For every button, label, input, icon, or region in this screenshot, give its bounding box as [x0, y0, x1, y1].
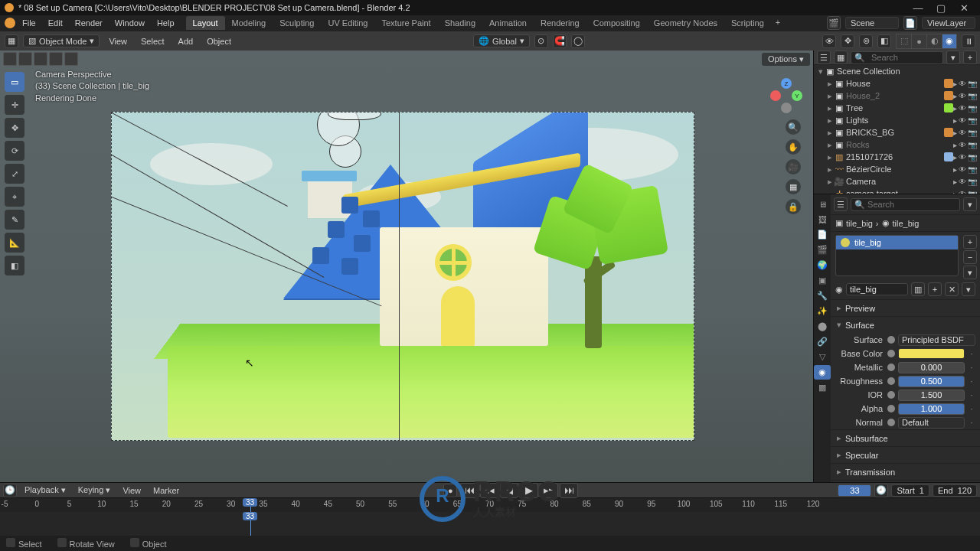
current-frame-field[interactable]: 33 — [838, 484, 871, 497]
surface-shader-select[interactable]: Principled BSDF — [898, 334, 975, 346]
outliner-item-lights[interactable]: ▸▣ Lights ▸👁📷 — [814, 114, 980, 126]
material-slot-list[interactable]: tile_big — [835, 235, 959, 276]
prop-edit-icon[interactable]: ◯ — [571, 34, 585, 48]
slot-remove-button[interactable]: − — [963, 250, 977, 264]
tab-compositing[interactable]: Compositing — [586, 16, 647, 30]
metallic-field[interactable]: 0.000 — [898, 362, 965, 373]
prop-tab-object[interactable]: ▣ — [814, 273, 831, 288]
outliner-item-rocks[interactable]: ▸▣ Rocks ▸👁📷 — [814, 139, 980, 151]
play-button[interactable]: ▶ — [520, 483, 538, 498]
prop-tab-render[interactable]: 🖥 — [814, 197, 831, 211]
tab-animation[interactable]: Animation — [482, 16, 534, 30]
socket-icon[interactable] — [887, 391, 895, 399]
outliner-search[interactable]: 🔍 Search — [851, 51, 943, 64]
menu-edit[interactable]: Edit — [43, 17, 68, 29]
jump-start-button[interactable]: ⏮ — [460, 483, 479, 498]
shade-rendered-button[interactable]: ◉ — [942, 34, 957, 49]
zoom-icon[interactable]: 🔍 — [786, 119, 801, 135]
prop-tab-scene[interactable]: 🎬 — [814, 243, 831, 257]
more-icon[interactable]: · — [968, 390, 975, 399]
select-menu[interactable]: Select — [136, 35, 169, 47]
mat-browse-icon[interactable]: ▥ — [911, 282, 925, 296]
section-transmission[interactable]: ▸Transmission — [831, 463, 980, 480]
object-type-filter-icon[interactable]: 👁 — [822, 34, 836, 48]
shade-wireframe-button[interactable]: ⬚ — [896, 34, 911, 49]
select-mode-5[interactable] — [64, 52, 78, 66]
editor-type-icon[interactable]: ▦ — [5, 34, 18, 48]
mat-unlink-icon[interactable]: ✕ — [945, 282, 959, 296]
mode-select[interactable]: ▧ Object Mode ▾ — [23, 34, 100, 47]
start-frame-field[interactable]: Start 1 — [891, 484, 929, 497]
preview-range-icon[interactable]: 🕘 — [874, 484, 888, 497]
axis-y-icon[interactable]: Y — [792, 90, 802, 101]
select-mode-3[interactable] — [34, 52, 47, 66]
outliner-item-house2[interactable]: ▸▣ House_2 ▸👁📷 — [814, 90, 980, 102]
socket-icon[interactable] — [887, 377, 895, 385]
tool-rotate[interactable]: ⟳ — [5, 141, 24, 161]
scene-icon[interactable]: 🎬 — [827, 16, 841, 30]
view-menu[interactable]: View — [104, 35, 132, 47]
tab-rendering[interactable]: Rendering — [534, 16, 586, 30]
prop-tab-modifier[interactable]: 🔧 — [814, 289, 831, 303]
socket-icon[interactable] — [887, 350, 895, 357]
outliner-item-img[interactable]: ▸▥ 2151071726 ▸👁📷 — [814, 151, 980, 163]
material-slot-0[interactable]: tile_big — [836, 236, 958, 249]
properties-search[interactable]: 🔍 Search — [851, 198, 960, 211]
material-name-field[interactable]: tile_big — [846, 283, 908, 295]
prop-tab-output[interactable]: 🖼 — [814, 212, 831, 227]
tab-sculpting[interactable]: Sculpting — [273, 16, 321, 30]
tab-texture-paint[interactable]: Texture Paint — [374, 16, 437, 30]
menu-render[interactable]: Render — [70, 17, 108, 29]
tl-playback-menu[interactable]: Playback ▾ — [20, 484, 70, 497]
nav-gizmo[interactable]: Y Z — [766, 77, 804, 115]
alpha-field[interactable]: 1.000 — [898, 403, 965, 415]
timeline-body[interactable]: 33 — [0, 512, 980, 536]
slot-add-button[interactable]: + — [963, 235, 977, 249]
snap-icon[interactable]: 🧲 — [553, 34, 567, 48]
tab-modeling[interactable]: Modeling — [225, 16, 273, 30]
tool-annotate[interactable]: ✎ — [5, 210, 24, 230]
outliner-tree[interactable]: ▾▣ Scene Collection ▸▣ House ▸👁📷 ▸▣ Hous… — [814, 65, 980, 194]
outliner-root[interactable]: ▾▣ Scene Collection — [814, 65, 980, 77]
section-subsurface[interactable]: ▸Subsurface — [831, 429, 980, 446]
prop-tab-constraint[interactable]: 🔗 — [814, 334, 831, 349]
mat-nodes-icon[interactable]: ▾ — [962, 282, 975, 296]
timeline-ruler[interactable]: -505101520253035404550556065707580859095… — [0, 498, 980, 512]
pivot-icon[interactable]: ⊙ — [534, 34, 548, 48]
section-specular[interactable]: ▸Specular — [831, 446, 980, 463]
outliner-display-mode-icon[interactable]: ▦ — [834, 51, 848, 64]
outliner-item-tree[interactable]: ▸▣ Tree ▸👁📷 — [814, 102, 980, 114]
tool-move[interactable]: ✥ — [5, 118, 24, 138]
outliner-editor-type-icon[interactable]: ☰ — [817, 51, 831, 64]
prop-tab-viewlayer[interactable]: 📄 — [814, 227, 831, 242]
socket-icon[interactable] — [887, 364, 895, 371]
normal-field[interactable]: Default — [898, 417, 965, 429]
outliner-item-camera[interactable]: ▸🎥 Camera ▸👁📷 — [814, 175, 980, 187]
section-preview[interactable]: ▸Preview — [831, 299, 980, 316]
mat-new-icon[interactable]: + — [928, 282, 942, 296]
scene-field[interactable]: Scene — [845, 17, 899, 29]
lock-icon[interactable]: 🔒 — [786, 199, 801, 214]
keyframe-next-button[interactable]: ▸▸ — [540, 483, 558, 498]
maximize-button[interactable]: ▢ — [929, 2, 952, 14]
jump-end-button[interactable]: ⏭ — [560, 483, 578, 498]
axis-z-icon[interactable]: Z — [781, 78, 792, 89]
xray-icon[interactable]: ◧ — [877, 34, 891, 48]
outliner-item-camera-target[interactable]: ✛ camera target ▸👁📷 — [814, 187, 980, 194]
play-reverse-button[interactable]: ◀ — [500, 483, 518, 498]
camera-view-icon[interactable]: 🎥 — [786, 159, 801, 174]
viewlayer-icon[interactable]: 📄 — [903, 16, 917, 30]
shade-solid-button[interactable]: ● — [911, 34, 926, 49]
autokey-icon[interactable]: ● — [443, 484, 457, 497]
prop-tab-material[interactable]: ◉ — [814, 365, 831, 380]
close-button[interactable]: ✕ — [952, 2, 975, 14]
tool-transform[interactable]: ⌖ — [5, 187, 24, 207]
viewlayer-field[interactable]: ViewLayer — [922, 17, 975, 29]
tool-measure[interactable]: 📐 — [5, 233, 24, 253]
axis-neg-z-icon[interactable] — [781, 103, 792, 113]
add-menu[interactable]: Add — [174, 35, 198, 47]
new-collection-icon[interactable]: + — [963, 51, 977, 64]
more-icon[interactable]: · — [968, 349, 975, 358]
more-icon[interactable]: · — [968, 404, 975, 413]
prop-tab-world[interactable]: 🌍 — [814, 258, 831, 272]
